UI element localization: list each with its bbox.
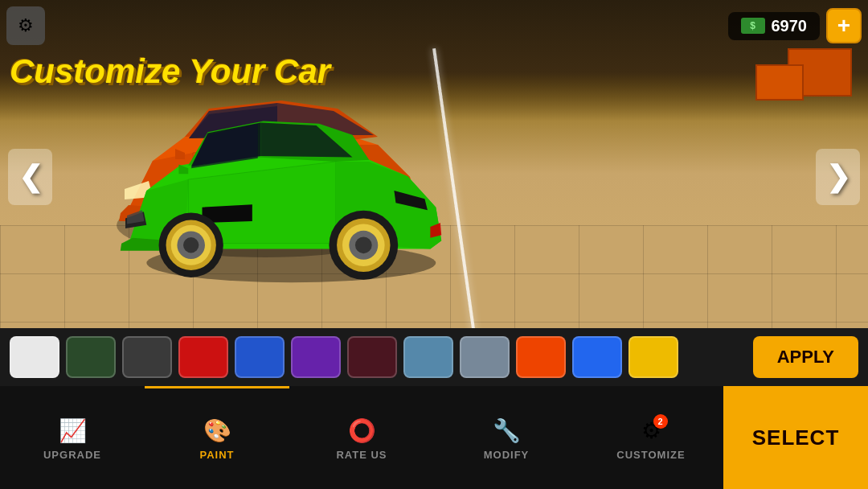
color-swatch-white[interactable] <box>10 336 59 378</box>
bottom-nav: 📈UPGRADE🎨PAINT⭕RATE US🔧MODIFY⚙2CUSTOMIZE… <box>0 386 868 489</box>
top-bar: ⚙ $ 6970 + <box>6 6 862 45</box>
nav-icon-wrap-rate-us: ⭕ <box>348 417 376 444</box>
nav-label-paint: PAINT <box>199 449 234 461</box>
nav-items-container: 📈UPGRADE🎨PAINT⭕RATE US🔧MODIFY⚙2CUSTOMIZE <box>0 386 723 489</box>
nav-badge-customize: 2 <box>653 414 668 429</box>
nav-icon-upgrade: 📈 <box>59 418 87 443</box>
color-swatch-dark-gray[interactable] <box>122 336 172 378</box>
nav-item-paint[interactable]: 🎨PAINT <box>145 386 289 489</box>
svg-point-16 <box>183 237 199 253</box>
nav-label-rate-us: RATE US <box>336 449 387 461</box>
color-swatch-gray[interactable] <box>460 336 510 378</box>
add-currency-button[interactable]: + <box>826 8 862 43</box>
nav-item-rate-us[interactable]: ⭕RATE US <box>289 386 434 489</box>
nav-label-customize: CUSTOMIZE <box>616 449 685 461</box>
next-arrow-icon: ❯ <box>826 160 850 194</box>
currency-display: $ 6970 <box>728 12 821 40</box>
next-car-button[interactable]: ❯ <box>816 149 860 205</box>
prev-arrow-icon: ❮ <box>18 160 43 194</box>
nav-item-modify[interactable]: 🔧MODIFY <box>434 386 579 489</box>
money-icon: $ <box>741 18 765 34</box>
color-swatch-steel-blue[interactable] <box>403 336 453 378</box>
color-swatch-orange-red[interactable] <box>516 336 566 378</box>
nav-icon-wrap-customize: ⚙2 <box>641 417 661 444</box>
currency-container: $ 6970 + <box>728 8 862 43</box>
color-swatch-blue[interactable] <box>235 336 285 378</box>
nav-icon-rate-us: ⭕ <box>348 418 376 443</box>
right-action-buttons: SELECT <box>723 386 868 489</box>
nav-icon-wrap-modify: 🔧 <box>493 417 521 444</box>
nav-label-upgrade: UPGRADE <box>43 449 101 461</box>
color-swatch-bright-blue[interactable] <box>572 336 622 378</box>
page-title: Customize Your Car <box>10 52 330 91</box>
color-bar: APPLY <box>0 328 868 386</box>
add-icon: + <box>837 13 850 39</box>
settings-icon: ⚙ <box>18 15 34 36</box>
nav-item-upgrade[interactable]: 📈UPGRADE <box>0 386 145 489</box>
settings-button[interactable]: ⚙ <box>6 6 45 45</box>
color-swatch-yellow[interactable] <box>628 336 678 378</box>
select-button[interactable]: SELECT <box>723 386 868 489</box>
nav-icon-wrap-upgrade: 📈 <box>59 417 87 444</box>
nav-icon-paint: 🎨 <box>203 418 231 443</box>
color-swatch-red[interactable] <box>178 336 228 378</box>
nav-item-customize[interactable]: ⚙2CUSTOMIZE <box>579 386 723 489</box>
nav-icon-modify: 🔧 <box>493 418 521 443</box>
prev-car-button[interactable]: ❮ <box>8 149 52 205</box>
svg-point-21 <box>355 236 372 253</box>
car-display <box>121 48 747 354</box>
color-swatch-purple[interactable] <box>291 336 341 378</box>
nav-icon-wrap-paint: 🎨 <box>203 417 231 444</box>
apply-button[interactable]: APPLY <box>753 336 858 378</box>
nav-label-modify: MODIFY <box>484 449 530 461</box>
shelf-box-2 <box>755 64 804 101</box>
currency-amount: 6970 <box>772 17 808 35</box>
color-swatch-dark-green[interactable] <box>66 336 116 378</box>
green-car <box>96 56 458 314</box>
color-swatch-maroon[interactable] <box>347 336 397 378</box>
